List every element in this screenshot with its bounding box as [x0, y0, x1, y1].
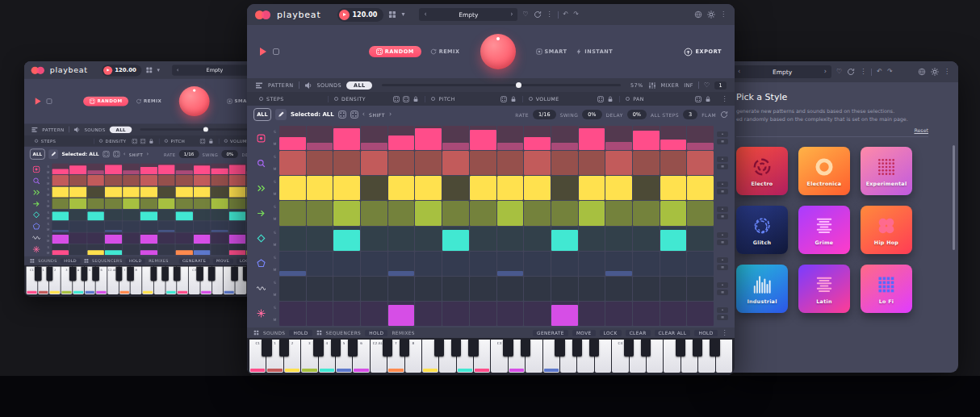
- chevron-down-icon[interactable]: ▾: [157, 68, 160, 73]
- mute-button[interactable]: M: [274, 167, 277, 171]
- black-key[interactable]: [115, 267, 122, 281]
- step-cell[interactable]: [579, 151, 605, 175]
- step-cell[interactable]: [52, 164, 69, 174]
- pattern-bank-icon[interactable]: [388, 10, 396, 19]
- step-cell[interactable]: [497, 176, 524, 200]
- step-cell[interactable]: [579, 302, 605, 326]
- step-cell[interactable]: [229, 198, 246, 209]
- playhead[interactable]: [203, 127, 208, 131]
- volume-dot-icon[interactable]: [529, 97, 533, 101]
- step-cell[interactable]: [660, 227, 687, 251]
- preset-menu-icon[interactable]: ⋮: [860, 69, 866, 75]
- sidebar-all-button[interactable]: ALL: [30, 148, 45, 159]
- channel-3-arrows-icon[interactable]: [252, 176, 270, 201]
- black-key[interactable]: [468, 340, 478, 357]
- black-key[interactable]: [69, 267, 76, 281]
- complexity-knob[interactable]: [179, 86, 210, 116]
- flam-label[interactable]: FLAM: [701, 112, 716, 118]
- favorite-icon[interactable]: ♡: [522, 11, 528, 18]
- black-key[interactable]: [676, 340, 685, 357]
- step-cell[interactable]: [123, 175, 140, 186]
- pattern-bank-icon[interactable]: [146, 67, 153, 73]
- row-toggle-button[interactable]: •: [717, 232, 728, 238]
- step-cell[interactable]: [687, 252, 714, 276]
- solo-button[interactable]: S: [47, 199, 48, 202]
- step-cell[interactable]: [140, 221, 157, 231]
- refresh-icon[interactable]: [720, 111, 728, 119]
- step-cell[interactable]: [52, 198, 69, 209]
- density-dot-icon[interactable]: [99, 140, 103, 143]
- dice-icon[interactable]: [597, 96, 604, 102]
- sounds-tab[interactable]: SOUNDS: [317, 82, 341, 89]
- step-cell[interactable]: [415, 302, 442, 326]
- lock-icon[interactable]: [705, 96, 711, 102]
- black-key[interactable]: [208, 267, 215, 281]
- preset-name[interactable]: Empty: [459, 11, 478, 19]
- step-cell[interactable]: [307, 151, 333, 175]
- mute-button[interactable]: M: [47, 205, 49, 208]
- black-key[interactable]: [232, 267, 238, 281]
- playback-timeline[interactable]: [140, 128, 254, 131]
- step-cell[interactable]: [605, 126, 632, 150]
- step-cell[interactable]: [123, 221, 140, 231]
- step-cell[interactable]: [687, 151, 714, 175]
- row-menu-button[interactable]: ≡: [717, 290, 728, 295]
- step-cell[interactable]: [415, 201, 442, 225]
- solo-button[interactable]: S: [47, 211, 48, 214]
- step-cell[interactable]: [470, 302, 496, 326]
- reset-link[interactable]: Reset: [736, 127, 928, 133]
- solo-button[interactable]: S: [274, 205, 276, 209]
- step-cell[interactable]: [470, 176, 496, 200]
- volume-dot-icon[interactable]: [224, 140, 227, 143]
- move-button[interactable]: MOVE: [213, 258, 233, 264]
- step-cell[interactable]: [660, 151, 687, 175]
- step-cell[interactable]: [524, 126, 551, 150]
- smart-button[interactable]: SMART: [536, 48, 567, 55]
- black-key[interactable]: [503, 340, 513, 357]
- step-cell[interactable]: [279, 126, 306, 150]
- random-button[interactable]: RANDOM: [83, 97, 128, 106]
- reload-preset-icon[interactable]: [534, 10, 542, 19]
- step-cell[interactable]: [158, 164, 175, 174]
- globe-icon[interactable]: [918, 68, 926, 76]
- step-cell[interactable]: [687, 126, 714, 150]
- step-cell[interactable]: [279, 201, 306, 225]
- lock-icon[interactable]: [149, 138, 154, 144]
- tempo-control[interactable]: 120.00: [337, 8, 384, 22]
- step-cell[interactable]: [52, 210, 69, 220]
- step-cell[interactable]: [158, 186, 175, 197]
- app-menu-icon[interactable]: ⋮: [720, 11, 727, 18]
- mute-button[interactable]: M: [47, 251, 49, 254]
- step-cell[interactable]: [497, 227, 524, 251]
- step-cell[interactable]: [388, 126, 415, 150]
- step-cell[interactable]: [551, 277, 578, 301]
- step-cell[interactable]: [307, 252, 333, 276]
- step-cell[interactable]: [279, 176, 306, 200]
- black-key[interactable]: [331, 340, 341, 357]
- sounds-hold-button[interactable]: HOLD: [289, 330, 312, 336]
- dice-icon[interactable]: [393, 96, 400, 102]
- redo-icon[interactable]: ↷: [573, 11, 579, 18]
- dice-icon[interactable]: [500, 96, 507, 102]
- step-cell[interactable]: [579, 201, 605, 225]
- preset-name[interactable]: Empty: [773, 69, 792, 76]
- step-cell[interactable]: [470, 252, 496, 276]
- step-cell[interactable]: [687, 176, 714, 200]
- step-cell[interactable]: [176, 164, 193, 174]
- chevron-down-icon[interactable]: ▾: [401, 11, 404, 18]
- step-cell[interactable]: [123, 198, 140, 209]
- step-cell[interactable]: [524, 302, 551, 326]
- mixer-toggle[interactable]: MIXER: [661, 82, 680, 89]
- step-cell[interactable]: [194, 233, 211, 244]
- play-button[interactable]: [103, 65, 112, 74]
- black-key[interactable]: [279, 340, 289, 357]
- step-cell[interactable]: [279, 227, 306, 251]
- step-cell[interactable]: [211, 244, 228, 255]
- step-cell[interactable]: [361, 252, 387, 276]
- solo-button[interactable]: S: [274, 281, 276, 285]
- step-cell[interactable]: [660, 126, 687, 150]
- step-cell[interactable]: [605, 201, 632, 225]
- step-cell[interactable]: [497, 126, 524, 150]
- density-dot-icon[interactable]: [334, 97, 338, 101]
- pitch-dot-icon[interactable]: [165, 140, 168, 143]
